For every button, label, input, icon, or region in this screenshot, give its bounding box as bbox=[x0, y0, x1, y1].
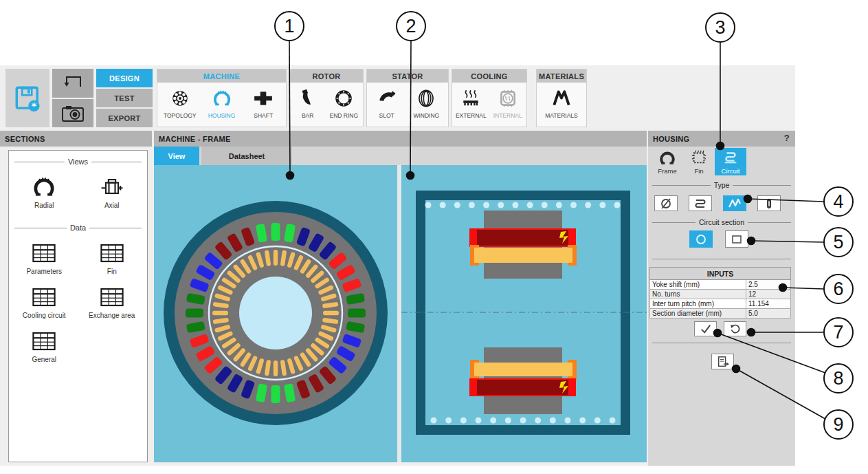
serpentine-icon bbox=[693, 197, 708, 210]
table-row: No. turns 12 bbox=[650, 290, 791, 299]
callout-6: 6 bbox=[823, 274, 854, 304]
callout-1: 1 bbox=[274, 11, 304, 41]
group-label-machine: MACHINE bbox=[157, 69, 286, 83]
main-title: MACHINE - FRAME bbox=[159, 135, 231, 143]
sections-item-label: General bbox=[32, 356, 56, 363]
table-row: Yoke shift (mm) 2.5 bbox=[650, 280, 791, 290]
sections-item-axial[interactable]: Axial bbox=[80, 175, 144, 209]
sections-title: SECTIONS bbox=[5, 135, 45, 143]
circuit-type-serpentine-button[interactable] bbox=[689, 195, 712, 211]
sections-panel-header: SECTIONS bbox=[0, 131, 152, 147]
circuit-icon bbox=[722, 149, 739, 166]
housing-help-button[interactable]: ? bbox=[784, 133, 790, 143]
slot-icon bbox=[377, 87, 397, 110]
export-mode-button[interactable]: EXPORT bbox=[96, 109, 153, 127]
section-shape-circle-button[interactable] bbox=[689, 230, 713, 248]
housing-tab-frame[interactable]: Frame bbox=[652, 148, 683, 175]
input-value[interactable]: 11.154 bbox=[746, 299, 791, 309]
toolbar-item-shaft[interactable]: SHAFT bbox=[244, 87, 282, 119]
apply-button[interactable] bbox=[694, 321, 717, 336]
section-shape-rect-button[interactable] bbox=[725, 230, 748, 248]
sections-item-cooling-circuit[interactable]: Cooling circuit bbox=[12, 285, 76, 319]
data-separator: Data bbox=[14, 224, 142, 232]
toolbar-item-bar[interactable]: BAR bbox=[291, 87, 325, 119]
end-ring-icon bbox=[333, 87, 354, 110]
design-mode-button[interactable]: DESIGN bbox=[96, 69, 153, 87]
circuit-type-wave-button[interactable] bbox=[723, 195, 746, 211]
toolbar-item-slot[interactable]: SLOT bbox=[369, 87, 405, 119]
camera-icon bbox=[60, 103, 85, 124]
input-value[interactable]: 5.0 bbox=[746, 309, 791, 319]
table-row: Inter turn pitch (mm) 11.154 bbox=[650, 299, 791, 309]
toolbar-group-stator: STATOR SLOT WINDING bbox=[366, 69, 449, 127]
test-mode-button[interactable]: TEST bbox=[96, 89, 153, 107]
app-window: * DESIGN TEST EXPORT MACHINE bbox=[0, 65, 795, 466]
toolbar-group-materials: MATERIALS MATERIALS bbox=[536, 69, 587, 127]
toolbar-item-external[interactable]: EXTERNAL bbox=[453, 87, 489, 119]
circuit-section-separator: Circuit section bbox=[652, 218, 791, 226]
sections-item-exchange-area[interactable]: Exchange area bbox=[80, 285, 144, 319]
toolbar-item-housing[interactable]: HOUSING bbox=[203, 87, 241, 119]
radial-view-svg bbox=[154, 165, 397, 462]
sections-item-label: Radial bbox=[34, 202, 54, 209]
axial-view-canvas[interactable] bbox=[401, 165, 647, 462]
sections-item-radial[interactable]: Radial bbox=[12, 175, 76, 209]
views-label: Views bbox=[68, 158, 88, 166]
none-icon bbox=[658, 197, 674, 210]
housing-tab-fin[interactable]: Fin bbox=[683, 148, 715, 175]
undo-button[interactable] bbox=[52, 69, 93, 98]
housing-tab-circuit[interactable]: Circuit bbox=[715, 148, 746, 175]
export-section-button[interactable] bbox=[711, 354, 734, 369]
toolbar-item-winding[interactable]: WINDING bbox=[406, 87, 446, 119]
input-value[interactable]: 2.5 bbox=[746, 280, 791, 290]
callout-4: 4 bbox=[823, 186, 854, 217]
sections-item-fin[interactable]: Fin bbox=[80, 241, 144, 275]
axial-duct-icon bbox=[761, 197, 777, 210]
callout-3: 3 bbox=[705, 12, 735, 43]
toolbar-item-label: HOUSING bbox=[208, 112, 236, 119]
toolbar-item-materials[interactable]: MATERIALS bbox=[539, 87, 583, 119]
circuit-type-axial-button[interactable] bbox=[757, 195, 781, 211]
tab-view[interactable]: View bbox=[154, 147, 199, 165]
toolbar-item-topology[interactable]: TOPOLOGY bbox=[161, 87, 199, 119]
table-icon bbox=[32, 241, 56, 266]
tab-datasheet[interactable]: Datasheet bbox=[201, 147, 292, 165]
external-cooling-icon bbox=[460, 87, 481, 110]
sections-item-label: Exchange area bbox=[89, 312, 135, 319]
group-label-cooling: COOLING bbox=[452, 69, 526, 83]
save-button[interactable]: * bbox=[5, 69, 49, 127]
rect-section-icon bbox=[730, 233, 744, 246]
table-row: Section diameter (mm) 5.0 bbox=[650, 309, 791, 319]
materials-icon bbox=[551, 87, 572, 110]
toolbar-group-rotor: ROTOR BAR END RING bbox=[289, 69, 364, 127]
data-label: Data bbox=[70, 224, 86, 232]
camera-button[interactable] bbox=[52, 99, 93, 127]
reset-button[interactable] bbox=[724, 321, 746, 336]
input-value[interactable]: 12 bbox=[746, 290, 791, 299]
table-icon bbox=[100, 241, 124, 266]
fin-icon bbox=[690, 149, 708, 166]
callout-7: 7 bbox=[823, 317, 854, 347]
inputs-table-title: INPUTS bbox=[650, 268, 791, 280]
toolbar-item-internal: INTERNAL bbox=[490, 87, 526, 119]
sections-item-parameters[interactable]: Parameters bbox=[12, 241, 76, 275]
sections-panel: Views Radial bbox=[0, 147, 152, 466]
type-separator: Type bbox=[652, 181, 791, 189]
sections-item-general[interactable]: General bbox=[12, 329, 76, 363]
wave-icon bbox=[726, 197, 743, 210]
reset-icon bbox=[729, 323, 742, 335]
circuit-type-none-button[interactable] bbox=[654, 195, 678, 211]
toolbar-item-end-ring[interactable]: END RING bbox=[325, 87, 362, 119]
housing-title: HOUSING bbox=[653, 135, 689, 143]
frame-icon bbox=[658, 149, 676, 166]
topology-icon bbox=[170, 87, 190, 110]
circuit-section-label: Circuit section bbox=[699, 218, 744, 226]
housing-tab-label: Fin bbox=[694, 167, 703, 175]
toolbar: * DESIGN TEST EXPORT MACHINE bbox=[0, 65, 795, 131]
internal-cooling-icon bbox=[498, 87, 518, 110]
main-panel-header: MACHINE - FRAME bbox=[154, 131, 647, 147]
radial-view-canvas[interactable] bbox=[154, 165, 397, 462]
toolbar-item-label: MATERIALS bbox=[545, 112, 578, 119]
circle-section-icon bbox=[694, 233, 708, 246]
shaft-icon bbox=[253, 87, 274, 110]
